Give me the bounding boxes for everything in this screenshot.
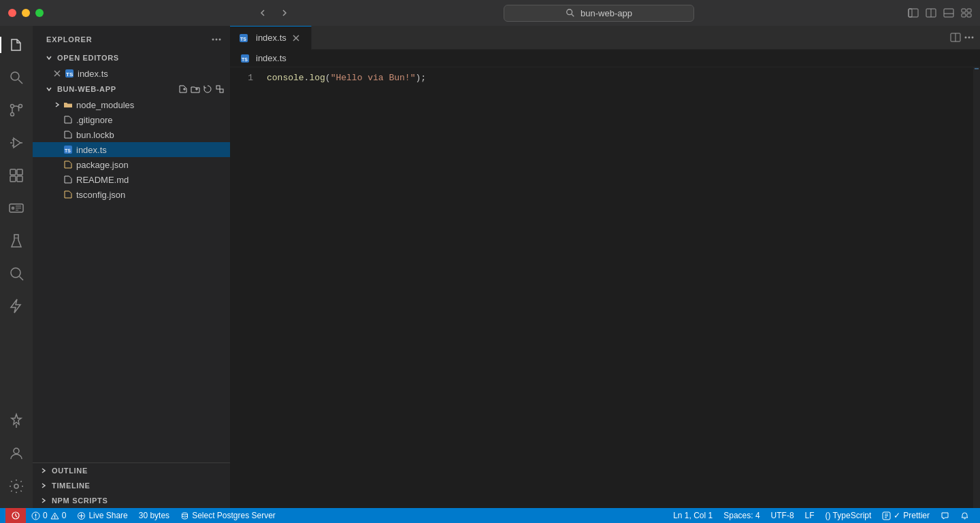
code-editor[interactable]: 1 console.log("Hello via Bun!"); <box>230 67 980 508</box>
more-actions-icon[interactable] <box>211 34 222 45</box>
indexts-icon: TS <box>63 144 74 155</box>
npm-scripts-label: NPM SCRIPTS <box>52 496 108 505</box>
activity-account[interactable] <box>0 437 33 470</box>
activity-settings[interactable] <box>0 470 33 503</box>
new-folder-icon[interactable] <box>191 84 200 94</box>
sidebar-toggle-icon[interactable] <box>908 7 919 18</box>
svg-line-28 <box>20 277 24 281</box>
activity-testing[interactable] <box>0 224 33 257</box>
search-bar[interactable]: bun-web-app <box>504 5 694 22</box>
open-editors-section[interactable]: Open Editors <box>33 50 230 66</box>
status-spaces[interactable]: Spaces: 4 <box>718 508 765 523</box>
outline-section[interactable]: OUTLINE <box>33 463 230 478</box>
maximize-button[interactable] <box>35 9 44 17</box>
svg-text:TS: TS <box>65 148 71 153</box>
timeline-label: TIMELINE <box>52 482 91 490</box>
activity-search[interactable] <box>0 61 33 94</box>
svg-point-34 <box>219 38 221 40</box>
language-brace-open: () <box>826 511 831 520</box>
svg-rect-6 <box>944 9 953 17</box>
svg-line-13 <box>18 80 22 84</box>
activity-explorer[interactable] <box>0 29 33 61</box>
activity-search-2[interactable] <box>0 257 33 290</box>
customize-layout-icon[interactable] <box>961 7 972 18</box>
svg-rect-8 <box>962 9 966 12</box>
svg-point-54 <box>968 37 970 39</box>
titlebar-right-actions <box>908 7 972 18</box>
status-line-ending[interactable]: LF <box>800 508 820 523</box>
back-icon[interactable] <box>257 7 268 18</box>
traffic-lights <box>8 9 44 17</box>
tree-item-node-modules[interactable]: node_modules <box>33 97 230 112</box>
layout-icon[interactable] <box>926 7 936 18</box>
close-file-icon[interactable] <box>52 68 63 79</box>
line-content-1: console.log("Hello via Bun!"); <box>264 73 980 83</box>
minimize-button[interactable] <box>22 9 30 17</box>
activity-thunder[interactable] <box>0 290 33 322</box>
status-remote[interactable] <box>5 508 26 523</box>
feedback-icon <box>941 511 949 520</box>
split-editor-icon[interactable] <box>950 32 961 43</box>
svg-rect-2 <box>909 9 912 17</box>
open-editor-item[interactable]: TS index.ts <box>33 66 230 81</box>
project-folder[interactable]: BUN-WEB-APP <box>33 81 230 97</box>
more-editor-actions-icon[interactable] <box>964 32 975 43</box>
svg-point-55 <box>972 37 974 39</box>
warnings-count: 0 <box>62 511 67 520</box>
activity-source-control[interactable] <box>0 94 33 126</box>
svg-text:TS: TS <box>242 57 248 62</box>
status-feedback[interactable] <box>935 508 955 523</box>
status-position[interactable]: Ln 1, Col 1 <box>668 508 718 523</box>
formatter-check: ✓ <box>894 511 900 520</box>
tab-close-icon[interactable] <box>291 33 301 44</box>
tree-item-packagejson[interactable]: package.json <box>33 157 230 172</box>
line-ending-value: LF <box>805 511 815 520</box>
code-token-string: "Hello via Bun!" <box>331 73 416 83</box>
npm-scripts-section[interactable]: NPM SCRIPTS <box>33 493 230 508</box>
packagejson-label: package.json <box>76 160 129 170</box>
explorer-title: Explorer <box>46 35 93 44</box>
timeline-section[interactable]: TIMELINE <box>33 478 230 493</box>
formatter-value: Prettier <box>903 511 930 520</box>
status-db[interactable]: Select Postgres Server <box>175 508 281 523</box>
panel-icon[interactable] <box>943 7 954 18</box>
refresh-icon[interactable] <box>203 84 212 94</box>
explorer-header: Explorer <box>33 26 230 50</box>
open-file-name: index.ts <box>78 69 108 79</box>
indexts-label: index.ts <box>76 145 107 155</box>
svg-rect-43 <box>216 86 220 89</box>
status-formatter[interactable]: ✓ Prettier <box>877 508 935 523</box>
status-language[interactable]: () TypeScript <box>820 508 877 523</box>
tree-item-bunlockb[interactable]: bun.lockb <box>33 127 230 142</box>
readme-label: README.md <box>76 175 129 185</box>
status-encoding[interactable]: UTF-8 <box>766 508 800 523</box>
collapse-all-icon[interactable] <box>215 84 225 94</box>
status-notification[interactable] <box>955 508 975 523</box>
gitignore-icon <box>63 114 74 125</box>
tree-item-indexts[interactable]: TS index.ts <box>33 142 230 157</box>
tree-item-gitignore[interactable]: .gitignore <box>33 112 230 127</box>
status-live-share[interactable]: Live Share <box>71 508 133 523</box>
close-button[interactable] <box>8 9 16 17</box>
readme-icon <box>63 174 74 185</box>
activity-pin[interactable] <box>0 405 33 437</box>
status-errors[interactable]: 0 0 <box>26 508 71 523</box>
db-label: Select Postgres Server <box>192 511 276 520</box>
activity-extensions[interactable] <box>0 159 33 192</box>
tab-indexts[interactable]: TS index.ts <box>230 26 312 50</box>
project-label: BUN-WEB-APP <box>57 85 116 93</box>
tree-item-tsconfig[interactable]: tsconfig.json <box>33 187 230 202</box>
breadcrumb-file-icon: TS <box>240 53 250 64</box>
tree-item-readme[interactable]: README.md <box>33 172 230 187</box>
outline-chevron <box>38 465 49 476</box>
activity-run-debug[interactable] <box>0 126 33 159</box>
activity-remote-explorer[interactable] <box>0 192 33 224</box>
svg-rect-17 <box>10 169 16 175</box>
forward-icon[interactable] <box>279 7 290 18</box>
warning-icon <box>50 511 59 520</box>
status-bytes[interactable]: 30 bytes <box>133 508 175 523</box>
code-token-semi: ; <box>421 73 426 83</box>
position-value: Ln 1, Col 1 <box>673 511 713 520</box>
new-file-icon[interactable] <box>178 84 188 94</box>
status-left: 0 0 Live Share 30 bytes Select Postgres … <box>5 508 281 523</box>
